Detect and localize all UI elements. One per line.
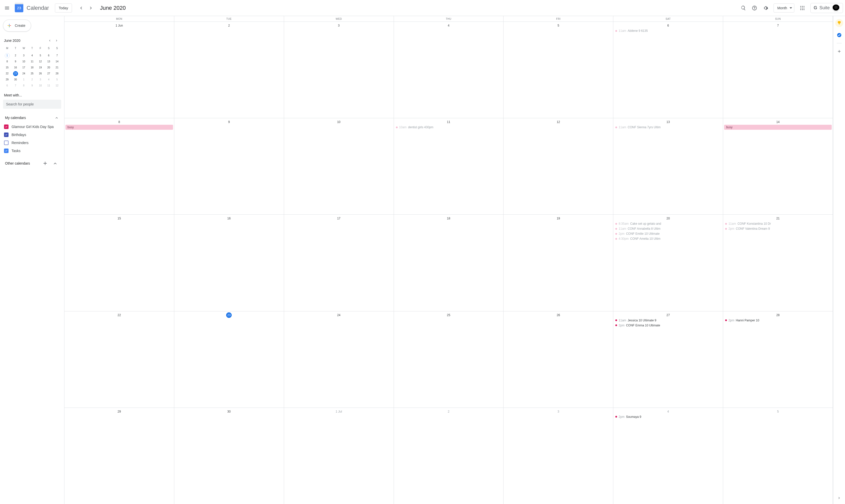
day-number[interactable]: 2	[174, 23, 284, 28]
calendar-checkbox[interactable]	[4, 148, 8, 153]
day-cell[interactable]: 17	[284, 215, 394, 311]
mini-day[interactable]: 12	[36, 59, 45, 65]
mini-day[interactable]: 11	[28, 59, 36, 65]
mini-day[interactable]: 5	[53, 77, 61, 83]
day-cell[interactable]: 1 Jun	[65, 22, 174, 118]
mini-day[interactable]: 6	[3, 83, 11, 89]
settings-button[interactable]	[760, 3, 771, 13]
mini-day[interactable]: 17	[20, 65, 28, 71]
day-cell[interactable]: 26	[503, 311, 613, 408]
mini-day[interactable]: 18	[28, 65, 36, 71]
day-cell[interactable]: 14busy	[723, 118, 833, 214]
day-cell[interactable]: 8busy	[65, 118, 174, 214]
mini-day[interactable]: 29	[3, 77, 11, 83]
mini-day[interactable]: 25	[28, 71, 36, 77]
hide-side-panel-button[interactable]	[836, 494, 843, 502]
get-addons-button[interactable]	[835, 47, 843, 55]
day-number[interactable]: 8	[65, 119, 174, 125]
day-cell[interactable]: 18	[394, 215, 504, 311]
mini-day[interactable]: 1	[3, 53, 11, 59]
event-chip[interactable]: 8:35amCake set up gelato and	[614, 221, 722, 226]
day-number[interactable]: 1 Jul	[284, 409, 394, 414]
mini-day[interactable]: 3	[36, 77, 45, 83]
day-cell[interactable]: 7	[723, 22, 833, 118]
day-number[interactable]: 5	[723, 409, 833, 414]
day-number[interactable]: 5	[503, 23, 613, 28]
account-avatar[interactable]	[832, 4, 840, 12]
day-number[interactable]: 3	[503, 409, 613, 414]
day-number[interactable]: 19	[503, 216, 613, 221]
day-number[interactable]: 21	[723, 216, 833, 221]
event-chip[interactable]: 2pmCONF Valentina Dream 9	[724, 226, 832, 231]
next-period-button[interactable]	[86, 3, 96, 13]
mini-day[interactable]: 10	[36, 83, 45, 89]
day-cell[interactable]: 2	[394, 408, 504, 504]
mini-day[interactable]: 9	[28, 83, 36, 89]
search-people-input[interactable]: Search for people	[3, 100, 61, 109]
day-cell[interactable]: 1311amCONF Sienna 7yrs Ultim	[613, 118, 723, 214]
day-cell[interactable]: 19	[503, 215, 613, 311]
my-calendars-header[interactable]: My calendars	[3, 114, 61, 121]
mini-day[interactable]: 19	[36, 65, 45, 71]
mini-day[interactable]: 2	[28, 77, 36, 83]
mini-day[interactable]: 24	[20, 71, 28, 77]
day-cell[interactable]: 24	[284, 311, 394, 408]
day-cell[interactable]: 9	[174, 118, 284, 214]
support-button[interactable]	[749, 3, 759, 13]
event-chip[interactable]: busy	[66, 125, 173, 130]
mini-day[interactable]: 13	[45, 59, 53, 65]
search-button[interactable]	[738, 3, 748, 13]
mini-day[interactable]: 21	[53, 65, 61, 71]
mini-day[interactable]: 8	[3, 59, 11, 65]
day-number[interactable]: 3	[284, 23, 394, 28]
event-chip[interactable]: 11amCONF Konstantina 10 Dr	[724, 221, 832, 226]
calendar-checkbox[interactable]	[4, 141, 8, 145]
day-number[interactable]: 4	[613, 409, 723, 414]
day-number[interactable]: 25	[394, 312, 503, 318]
today-button[interactable]: Today	[55, 3, 72, 13]
mini-next-button[interactable]	[53, 37, 60, 44]
mini-prev-button[interactable]	[46, 37, 53, 44]
event-chip[interactable]: busy	[724, 125, 832, 130]
mini-day[interactable]: 16	[11, 65, 20, 71]
create-button[interactable]: Create	[3, 20, 31, 32]
day-number[interactable]: 23	[174, 312, 284, 318]
mini-day[interactable]: 9	[11, 59, 20, 65]
day-number[interactable]: 29	[65, 409, 174, 414]
day-number[interactable]: 1 Jun	[65, 23, 174, 28]
keep-addon-button[interactable]	[835, 19, 843, 27]
event-chip[interactable]: 2pmCONF Emma 10 Ultimate	[614, 323, 722, 328]
day-cell[interactable]: 4	[394, 22, 504, 118]
mini-day[interactable]: 27	[45, 71, 53, 77]
calendar-item[interactable]: Birthdays	[3, 131, 61, 139]
prev-period-button[interactable]	[76, 3, 86, 13]
day-number[interactable]: 26	[503, 312, 613, 318]
mini-day[interactable]: 5	[36, 53, 45, 59]
day-cell[interactable]: 12	[503, 118, 613, 214]
day-cell[interactable]: 2711amJessica 10 Ultimate 92pmCONF Emma …	[613, 311, 723, 408]
calendar-item[interactable]: Glamour Girl Kids Day Spa	[3, 123, 61, 131]
day-number[interactable]: 2	[394, 409, 503, 414]
day-number[interactable]: 4	[394, 23, 503, 28]
other-calendars-header[interactable]: Other calendars	[3, 158, 61, 168]
day-cell[interactable]: 3	[503, 408, 613, 504]
day-number[interactable]: 13	[613, 119, 723, 125]
mini-day[interactable]: 4	[45, 77, 53, 83]
day-cell[interactable]: 2111amCONF Konstantina 10 Dr2pmCONF Vale…	[723, 215, 833, 311]
event-chip[interactable]: 11amCONF Sienna 7yrs Ultim	[614, 125, 722, 130]
add-other-calendar-button[interactable]	[40, 158, 50, 168]
day-cell[interactable]: 1110amdentist girls 430pm	[394, 118, 504, 214]
day-cell[interactable]: 611amAbilene 9 6135	[613, 22, 723, 118]
day-number[interactable]: 30	[174, 409, 284, 414]
mini-day[interactable]: 30	[11, 77, 20, 83]
day-number[interactable]: 10	[284, 119, 394, 125]
calendar-checkbox[interactable]	[4, 132, 8, 137]
day-number[interactable]: 6	[613, 23, 723, 28]
day-cell[interactable]: 25	[394, 311, 504, 408]
day-number[interactable]: 20	[613, 216, 723, 221]
event-chip[interactable]: 11amAbilene 9 6135	[614, 28, 722, 33]
collapse-other-calendars-button[interactable]	[50, 158, 60, 168]
day-number[interactable]: 7	[723, 23, 833, 28]
day-cell[interactable]: 42pmSoumaya 9	[613, 408, 723, 504]
mini-day[interactable]: 20	[45, 65, 53, 71]
